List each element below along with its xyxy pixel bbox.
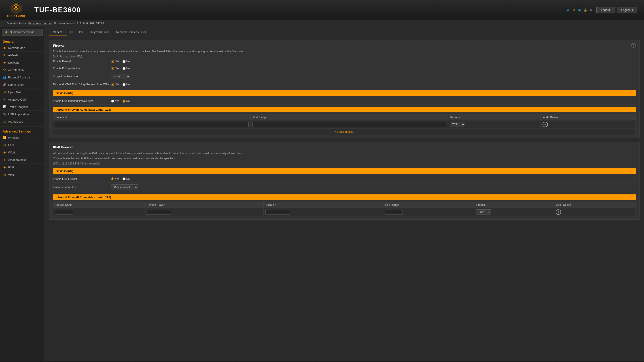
tab-general[interactable]: General [49,28,67,36]
language-button[interactable]: English ▾ [617,7,637,13]
add-rule-button[interactable]: + [542,122,548,127]
local-ip-input[interactable] [266,210,290,215]
port-range-input[interactable] [252,122,446,127]
enable-ipv4-yes-radio[interactable] [111,100,114,103]
sidebar-item-aicloud[interactable]: ☁ AiCloud 2.0 [0,118,44,125]
sidebar-item-adaptive-qos[interactable]: ⊘ Adaptive QoS [0,96,44,103]
sidebar-item-label: AiMesh [8,54,18,57]
famous-server-label: Famous Server List [53,186,111,189]
firewall-help-icon[interactable]: ? [631,43,636,48]
respond-icmp-yes-radio[interactable] [111,83,114,86]
enable-firewall-yes-label[interactable]: Yes [111,60,120,63]
ipv6-inbound-firewall-table: Service Name Remote IP/CIDR Local IP Por… [53,202,636,216]
aimesh-icon: ⊞ [3,53,6,57]
logout-button[interactable]: Logout [596,7,615,13]
enable-ipv4-yes-label[interactable]: Yes [111,99,120,103]
sidebar-item-label: USB Application [8,113,29,116]
enable-firewall-yes-radio[interactable] [111,60,114,63]
firewall-desc: Enable the firewall to protect your loca… [53,49,636,53]
quick-internet-setup-button[interactable]: ⚡ Quick Internet Setup [2,28,43,36]
vpn-icon: ▤ [3,173,6,176]
wan-icon: ◉ [3,151,6,154]
enable-ipv4-no-label[interactable]: No [122,99,130,103]
tab-keyword-filter[interactable]: Keyword Filter [87,28,112,36]
logged-packets-label: Logged packets type [53,75,111,78]
sidebar-item-label: Open NAT [8,90,22,94]
tab-url-filter[interactable]: URL Filter [67,28,87,36]
tabs-bar: General URL Filter Keyword Filter Networ… [49,27,640,36]
enable-dos-yes-label[interactable]: Yes [111,67,120,70]
sidebar-item-amazon-alexa[interactable]: ◈ Amazon Alexa [0,156,44,164]
famous-server-select[interactable]: Please select [111,184,138,190]
respond-icmp-radio-group: Yes No [111,83,130,86]
logged-packets-dropdown[interactable]: None Dropped Accepted Both [111,74,130,79]
settings-gear-icon[interactable]: ⚙ [571,7,576,12]
enable-ipv6-yes-label[interactable]: Yes [111,177,120,181]
header: TUF GAMING TUF-BE3600 ◉ ⚙ ◉ 🔒 ⚙ Logout E… [0,0,644,20]
traffic-analyzer-icon: 📊 [3,105,6,109]
col-local-ip: Local IP [264,202,383,208]
enable-ipv6-no-label[interactable]: No [122,177,130,181]
sidebar-item-label: Traffic Analyzer [8,105,28,109]
protocol-ipv6-select[interactable]: TCP UDP BOTH [476,209,491,215]
sidebar-item-label: Parental Controls [8,76,30,79]
dos-protection-faq-link[interactable]: DoS Protection FAQ [53,55,82,58]
sidebar-item-label: LAN [8,143,14,147]
sidebar-item-open-nat[interactable]: ▤ Open NAT [0,88,44,96]
content-area: General URL Filter Keyword Filter Networ… [45,27,644,361]
col-remote-ip-cidr: Remote IP/CIDR [144,202,264,208]
basic-config-bar: Basic Config [53,90,636,96]
sidebar-item-game-boost[interactable]: 🚀 Game Boost [0,81,44,88]
ipv6-icon: ◉ [3,165,6,169]
enable-dos-yes-radio[interactable] [111,67,114,70]
enable-ipv6-yes-radio[interactable] [111,177,114,180]
enable-dos-radio-group: Yes No [111,67,130,70]
protocol-cell: TCP UDP BOTH [448,120,541,129]
enable-firewall-no-label[interactable]: No [122,60,130,63]
respond-icmp-yes-label[interactable]: Yes [111,83,120,86]
enable-dos-no-radio[interactable] [122,67,126,70]
fw-version-value: 3.0.0.6.102_37260 [76,22,104,25]
remote-ip-input[interactable] [146,210,171,215]
sidebar-item-aimesh[interactable]: ⊞ AiMesh [0,52,44,59]
source-ip-input[interactable] [55,122,249,127]
enable-ipv6-label: Enable IPv6 Firewall [53,177,111,181]
source-ip-cell [53,120,251,129]
firewall-header: Firewall ? [53,43,636,48]
sidebar-item-label: Network Map [8,46,25,50]
sidebar-item-usb-application[interactable]: 🔌 USB Application [0,111,44,118]
sidebar-item-network[interactable]: ◉ Network [0,59,44,66]
inbound-firewall-table: Source IP Port Range Protocol Add / Dele… [53,114,636,129]
enable-dos-no-label[interactable]: No [122,67,130,70]
sidebar-item-network-map[interactable]: ◉ Network Map [0,44,44,52]
enable-dos-label: Enable DoS protection [53,67,111,70]
enable-firewall-no-radio[interactable] [122,60,126,63]
tab-network-services-filter[interactable]: Network Services Filter [112,28,150,36]
amazon-alexa-icon: ◈ [3,158,6,162]
sidebar-item-aiprotection[interactable]: 🛡 AiProtection [0,66,44,74]
network-status-icon[interactable]: ◉ [566,7,570,12]
sidebar-item-traffic-analyzer[interactable]: 📊 Traffic Analyzer [0,103,44,111]
lock-status-icon[interactable]: 🔒 [583,7,588,12]
ipv6-firewall-section: IPv6 Firewall All outbound traffic comin… [49,142,640,220]
sidebar-item-vpn[interactable]: ▤ VPN [0,171,44,178]
port-range-ipv6-input[interactable] [385,210,403,215]
enable-ipv4-no-radio[interactable] [122,100,126,103]
respond-icmp-no-label[interactable]: No [122,83,130,86]
sidebar-item-parental-controls[interactable]: 👥 Parental Controls [0,74,44,81]
ipv6-desc-1: All outbound traffic coming from IPv6 ho… [53,151,636,156]
gear-status-icon[interactable]: ⚙ [589,7,594,12]
sidebar-item-lan[interactable]: ▤ LAN [0,141,44,149]
user-status-icon[interactable]: ◉ [577,7,582,12]
add-ipv6-rule-button[interactable]: + [556,209,561,215]
sidebar-divider [0,126,44,126]
service-name-input[interactable] [55,210,73,215]
sidebar-item-wan[interactable]: ◉ WAN [0,149,44,156]
sidebar-item-label: Wireless [8,136,19,139]
enable-ipv6-no-radio[interactable] [122,177,126,180]
open-nat-icon: ▤ [3,90,6,94]
protocol-select[interactable]: TCP UDP BOTH [450,122,465,127]
sidebar-item-wireless[interactable]: 📶 Wireless [0,134,44,141]
respond-icmp-no-radio[interactable] [122,83,126,86]
sidebar-item-ipv6[interactable]: ◉ IPv6 [0,164,44,171]
